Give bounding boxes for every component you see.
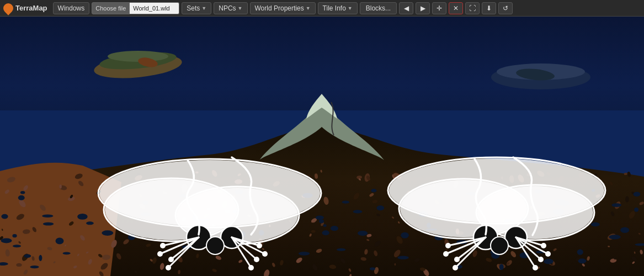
svg-point-33 [491,237,508,254]
expand-icon: ⛶ [469,4,476,12]
download-icon: ⬇ [486,4,492,12]
svg-point-23 [168,257,174,262]
map-container[interactable] [0,17,644,276]
svg-point-46 [538,257,544,262]
navbar: TerraMap Windows Choose file World_01.wl… [0,0,644,17]
svg-point-14 [206,237,224,254]
svg-point-43 [443,251,449,257]
split-icon: ✛ [437,4,442,12]
brand-name: TerraMap [15,4,47,12]
windows-menu[interactable]: Windows [53,2,90,14]
close-icon: ✕ [453,4,459,12]
svg-point-24 [157,251,163,257]
svg-point-25 [160,243,166,248]
svg-point-48 [541,243,546,248]
choose-file-button[interactable]: Choose file [92,2,130,14]
svg-point-26 [166,265,171,270]
npcs-menu[interactable]: NPCs ▼ [214,2,247,14]
sets-menu[interactable]: Sets ▼ [182,2,211,14]
map-svg [0,17,644,276]
world-properties-arrow: ▼ [306,6,311,11]
split-button[interactable]: ✛ [432,2,446,14]
svg-point-29 [257,243,262,248]
download-button[interactable]: ⬇ [482,2,496,14]
close-map-button[interactable]: ✕ [449,2,463,14]
svg-point-28 [262,251,268,257]
sets-arrow: ▼ [201,6,206,11]
refresh-button[interactable]: ↺ [498,2,513,14]
svg-point-44 [445,243,451,248]
tile-info-arrow: ▼ [348,6,353,11]
file-name-display: World_01.wld [130,2,179,14]
nav-right-button[interactable]: ▶ [416,2,430,14]
svg-line-37 [455,237,486,268]
blocks-button[interactable]: Blocks... [360,2,397,14]
world-properties-menu[interactable]: World Properties ▼ [250,2,316,14]
chevron-right-icon: ▶ [421,4,425,12]
brand: TerraMap [3,3,47,13]
svg-point-27 [254,257,259,262]
npcs-arrow: ▼ [238,6,243,11]
svg-point-49 [533,265,538,270]
refresh-icon: ↺ [503,4,508,12]
brand-icon [1,1,15,15]
file-input-group: Choose file World_01.wld [92,2,179,14]
nav-left-button[interactable]: ◀ [399,2,413,14]
tile-info-menu[interactable]: Tile Info ▼ [318,2,358,14]
svg-point-42 [454,257,460,262]
expand-button[interactable]: ⛶ [465,2,480,14]
chevron-left-icon: ◀ [404,4,409,12]
svg-point-30 [248,265,254,270]
svg-point-45 [453,265,458,270]
svg-point-47 [545,251,551,257]
